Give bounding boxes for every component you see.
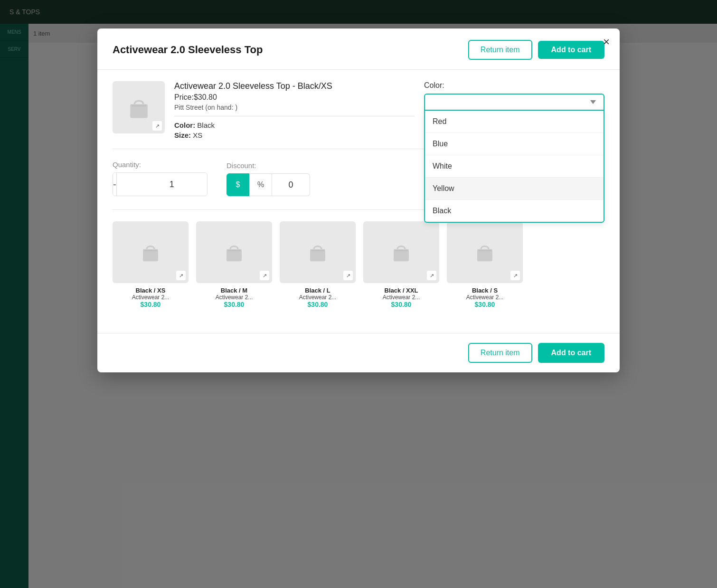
related-price-3: $30.80	[363, 301, 439, 308]
related-item-3[interactable]: ↗ Black / XXL Activewear 2... $30.80	[363, 221, 439, 308]
product-size: Size: XS	[174, 131, 415, 139]
color-option-black[interactable]: Black	[425, 200, 604, 222]
product-divider	[174, 116, 415, 116]
chevron-down-icon	[590, 100, 596, 104]
product-price: Price:$30.80	[174, 93, 415, 102]
related-price-1: $30.80	[196, 301, 272, 308]
quantity-minus-button[interactable]: -	[113, 173, 116, 196]
related-name-2: Activewear 2...	[280, 294, 356, 301]
svg-rect-3	[144, 250, 157, 251]
modal-overlay: × Activewear 2.0 Sleeveless Top Return i…	[0, 0, 717, 588]
related-name-0: Activewear 2...	[113, 294, 189, 301]
product-thumbnail: ↗	[113, 81, 165, 133]
add-to-cart-button-bottom[interactable]: Add to cart	[538, 343, 604, 363]
discount-percent-button[interactable]: %	[249, 173, 272, 196]
related-bag-icon-1	[223, 241, 245, 264]
related-item-1[interactable]: ↗ Black / M Activewear 2... $30.80	[196, 221, 272, 308]
thumbnail-expand-icon[interactable]: ↗	[152, 121, 162, 131]
related-variant-1: Black / M	[196, 287, 272, 294]
discount-type-buttons: $ %	[226, 173, 272, 196]
quantity-input[interactable]	[116, 173, 208, 196]
quantity-control: - +	[113, 172, 208, 196]
related-item-0[interactable]: ↗ Black / XS Activewear 2... $30.80	[113, 221, 189, 308]
related-products-section: ↗ Black / XS Activewear 2... $30.80	[113, 209, 604, 308]
color-dropdown-list: Red Blue White Yellow Black	[424, 111, 604, 223]
related-bag-icon-4	[473, 241, 496, 264]
return-item-button-bottom[interactable]: Return item	[468, 343, 532, 363]
return-item-button-top[interactable]: Return item	[468, 40, 532, 60]
related-thumbnail-4: ↗	[447, 221, 523, 283]
svg-rect-7	[311, 250, 324, 251]
related-name-3: Activewear 2...	[363, 294, 439, 301]
related-expand-icon-2[interactable]: ↗	[343, 271, 353, 280]
related-price-0: $30.80	[113, 301, 189, 308]
close-button[interactable]: ×	[599, 34, 614, 49]
related-thumbnail-0: ↗	[113, 221, 189, 283]
related-bag-icon-3	[390, 241, 413, 264]
modal-body: ↗ Activewear 2.0 Sleeveless Top - Black/…	[97, 70, 620, 333]
related-products-grid: ↗ Black / XS Activewear 2... $30.80	[113, 221, 604, 308]
related-expand-icon-0[interactable]: ↗	[176, 271, 186, 280]
related-expand-icon-1[interactable]: ↗	[260, 271, 269, 280]
svg-rect-9	[395, 250, 407, 251]
related-thumbnail-2: ↗	[280, 221, 356, 283]
related-bag-icon-2	[306, 241, 329, 264]
svg-rect-1	[131, 105, 146, 106]
color-option-yellow[interactable]: Yellow	[425, 178, 604, 200]
modal-header: Activewear 2.0 Sleeveless Top Return ite…	[97, 28, 620, 70]
related-variant-2: Black / L	[280, 287, 356, 294]
related-variant-3: Black / XXL	[363, 287, 439, 294]
related-variant-4: Black / S	[447, 287, 523, 294]
discount-input[interactable]	[272, 173, 310, 196]
product-modal: × Activewear 2.0 Sleeveless Top Return i…	[97, 28, 620, 372]
close-icon: ×	[603, 35, 610, 48]
color-section: Color: Red Blue White Yellow Black	[424, 81, 604, 111]
product-location: Pitt Street (on hand: )	[174, 104, 415, 111]
header-actions: Return item Add to cart	[468, 40, 604, 60]
related-expand-icon-4[interactable]: ↗	[510, 271, 520, 280]
color-dropdown[interactable]: Red Blue White Yellow Black	[424, 94, 604, 111]
product-info-row: ↗ Activewear 2.0 Sleeveless Top - Black/…	[113, 81, 604, 149]
related-bag-icon-0	[139, 241, 162, 264]
related-thumbnail-3: ↗	[363, 221, 439, 283]
svg-rect-11	[478, 250, 491, 251]
product-details: Activewear 2.0 Sleeveless Top - Black/XS…	[174, 81, 415, 139]
product-thumbnail-icon	[126, 95, 152, 121]
related-price-4: $30.80	[447, 301, 523, 308]
related-item-2[interactable]: ↗ Black / L Activewear 2... $30.80	[280, 221, 356, 308]
color-section-label: Color:	[424, 81, 604, 90]
product-name: Activewear 2.0 Sleeveless Top - Black/XS	[174, 81, 415, 91]
color-option-red[interactable]: Red	[425, 111, 604, 133]
related-name-4: Activewear 2...	[447, 294, 523, 301]
color-option-blue[interactable]: Blue	[425, 133, 604, 155]
product-color: Color: Black	[174, 121, 415, 129]
related-item-4[interactable]: ↗ Black / S Activewear 2... $30.80	[447, 221, 523, 308]
svg-rect-5	[227, 250, 240, 251]
discount-dollar-button[interactable]: $	[226, 173, 249, 196]
related-thumbnail-1: ↗	[196, 221, 272, 283]
related-price-2: $30.80	[280, 301, 356, 308]
color-option-white[interactable]: White	[425, 155, 604, 178]
discount-control: $ %	[226, 173, 310, 196]
related-name-1: Activewear 2...	[196, 294, 272, 301]
related-variant-0: Black / XS	[113, 287, 189, 294]
discount-field-group: Discount: $ %	[226, 161, 310, 196]
modal-footer: Return item Add to cart	[97, 333, 620, 372]
discount-label: Discount:	[226, 161, 310, 170]
related-expand-icon-3[interactable]: ↗	[427, 271, 436, 280]
color-dropdown-trigger[interactable]	[424, 94, 604, 111]
modal-title: Activewear 2.0 Sleeveless Top	[113, 44, 263, 56]
quantity-field-group: Quantity: - +	[113, 161, 208, 196]
quantity-label: Quantity:	[113, 161, 208, 169]
add-to-cart-button-top[interactable]: Add to cart	[538, 41, 604, 59]
